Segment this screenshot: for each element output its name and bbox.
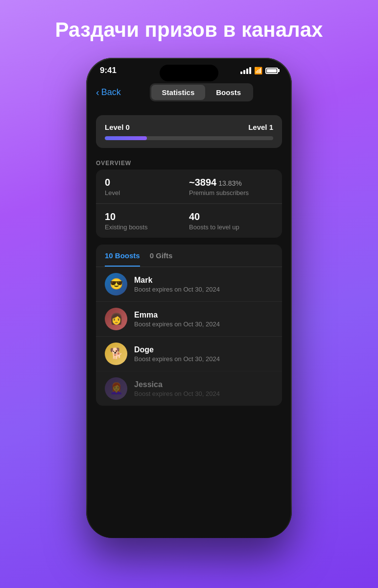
level-right: Level 1 [248,123,273,131]
avatar-doge: 🐕 [105,343,127,365]
boost-item-mark[interactable]: 😎 Mark Boost expires on Oct 30, 2024 [96,267,282,301]
boost-info-doge: Doge Boost expires on Oct 30, 2024 [134,345,273,363]
boost-expiry-mark: Boost expires on Oct 30, 2024 [134,286,273,293]
overview-label-levelup: Boosts to level up [189,223,273,231]
nav-tabs: Statistics Boosts [150,83,254,101]
signal-icon [240,67,251,74]
overview-value-existing: 10 [105,211,189,222]
boost-name-doge: Doge [134,345,273,354]
boost-expiry-emma: Boost expires on Oct 30, 2024 [134,320,273,328]
tab-boosts-count[interactable]: 10 Boosts [105,251,140,267]
tab-boosts[interactable]: Boosts [205,85,252,100]
level-left: Level 0 [105,123,130,131]
overview-card: 0 Level ~389413.83% Premium subscribers … [96,170,282,238]
boost-expiry-jessica: Boost expires on Oct 30, 2024 [134,390,273,397]
boost-list: 😎 Mark Boost expires on Oct 30, 2024 👩 E… [96,267,282,406]
boost-info-emma: Emma Boost expires on Oct 30, 2024 [134,311,273,328]
boost-name-jessica: Jessica [134,380,273,389]
back-button[interactable]: ‹ Back [96,87,121,98]
back-chevron-icon: ‹ [96,87,99,98]
overview-value-levelup: 40 [189,211,273,222]
wifi-icon: 📶 [254,67,262,74]
dynamic-island [160,65,218,81]
tab-gifts-count[interactable]: 0 Gifts [150,251,173,267]
overview-value-premium: ~389413.83% [189,176,273,188]
overview-cell-premium: ~389413.83% Premium subscribers [189,176,273,196]
boosts-tabs: 10 Boosts 0 Gifts [96,245,282,267]
boost-item-jessica[interactable]: 👩‍🦰 Jessica Boost expires on Oct 30, 202… [96,371,282,406]
fade-overlay [86,499,292,538]
boost-item-doge[interactable]: 🐕 Doge Boost expires on Oct 30, 2024 [96,336,282,371]
boost-info-mark: Mark Boost expires on Oct 30, 2024 [134,276,273,293]
boost-expiry-doge: Boost expires on Oct 30, 2024 [134,355,273,363]
battery-icon [265,68,278,74]
overview-label-existing: Existing boosts [105,223,189,231]
tab-statistics[interactable]: Statistics [151,85,206,100]
overview-cell-level: 0 Level [105,176,189,196]
page-title: Раздачи призов в каналах [36,18,343,42]
overview-section-label: OVERVIEW [86,153,292,170]
boost-name-emma: Emma [134,311,273,319]
overview-value-level: 0 [105,176,189,188]
overview-row-1: 0 Level ~389413.83% Premium subscribers [96,170,282,203]
boosts-card: 10 Boosts 0 Gifts 😎 Mark Boost expires o… [96,245,282,406]
overview-label-premium: Premium subscribers [189,189,273,196]
overview-cell-existing: 10 Existing boosts [105,211,189,231]
status-icons: 📶 [240,67,278,74]
avatar-jessica: 👩‍🦰 [105,377,127,400]
status-time: 9:41 [100,66,117,75]
boost-name-mark: Mark [134,276,273,285]
boost-item-emma[interactable]: 👩 Emma Boost expires on Oct 30, 2024 [96,301,282,336]
overview-row-2: 10 Existing boosts 40 Boosts to level up [96,203,282,238]
phone-mockup: 9:41 📶 ‹ Back Statistics Boosts [86,58,292,538]
progress-bar-fill [105,136,147,140]
avatar-emma: 👩 [105,308,127,330]
back-label: Back [101,87,121,98]
level-labels: Level 0 Level 1 [105,123,273,131]
progress-section: Level 0 Level 1 [86,107,292,153]
nav-bar: ‹ Back Statistics Boosts [86,79,292,107]
boost-info-jessica: Jessica Boost expires on Oct 30, 2024 [134,380,273,397]
level-bar-container: Level 0 Level 1 [96,115,282,148]
avatar-mark: 😎 [105,273,127,295]
progress-bar-bg [105,136,273,140]
overview-cell-levelup: 40 Boosts to level up [189,211,273,231]
overview-label-level: Level [105,189,189,196]
